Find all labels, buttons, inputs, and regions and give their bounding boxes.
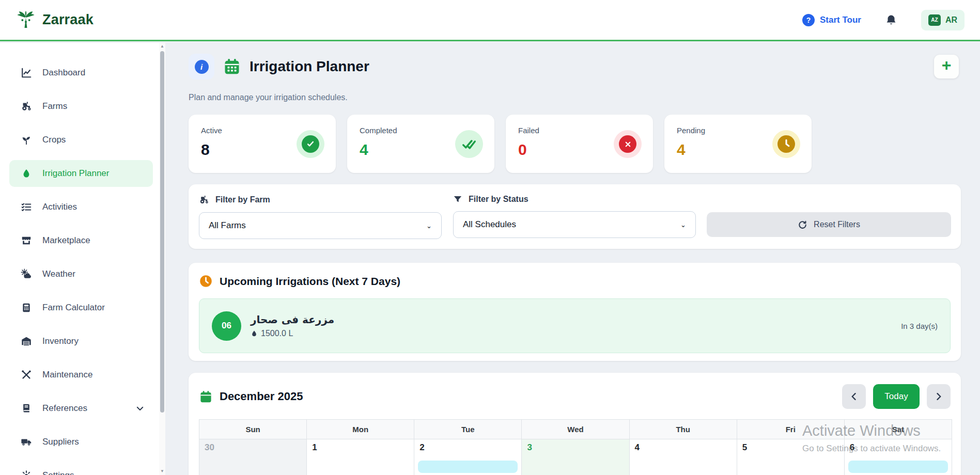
sidebar-item-weather[interactable]: Weather — [9, 261, 153, 288]
sidebar-item-label: Maintenance — [42, 370, 92, 380]
droplet-icon — [251, 329, 258, 338]
stat-card-active: Active 8 — [189, 115, 336, 173]
brand[interactable]: Zarraak — [15, 9, 94, 31]
upcoming-irrigations-panel: Upcoming Irrigations (Next 7 Days) 06 مز… — [189, 263, 961, 361]
sidebar-item-marketplace[interactable]: Marketplace — [9, 227, 153, 254]
sidebar-item-activities[interactable]: Activities — [9, 194, 153, 220]
calendar-day-cell-today[interactable]: 3 — [522, 439, 629, 475]
tractor-icon — [21, 101, 32, 112]
irrigation-event-pill[interactable] — [418, 461, 518, 473]
tractor-icon — [199, 195, 209, 205]
check-circle-icon — [297, 130, 324, 158]
tools-icon — [21, 369, 32, 381]
sidebar-item-suppliers[interactable]: Suppliers — [9, 429, 153, 455]
sidebar-item-dashboard[interactable]: Dashboard — [9, 59, 153, 86]
day-number: 30 — [205, 442, 214, 452]
weekday-header: Sat — [844, 420, 952, 439]
chevron-down-icon — [135, 404, 145, 413]
store-icon — [21, 235, 32, 246]
sidebar-item-label: Activities — [42, 202, 77, 212]
status-filter-value: All Schedules — [463, 219, 516, 230]
sidebar-item-label: Suppliers — [42, 437, 79, 447]
weekday-header: Thu — [629, 420, 737, 439]
double-check-icon — [455, 130, 483, 158]
sidebar-item-label: Irrigation Planner — [42, 168, 109, 179]
calendar-day-cell[interactable]: 1 — [307, 439, 414, 475]
palm-tree-icon — [15, 9, 36, 31]
sidebar: Dashboard Farms Crops Irrigation Planner… — [0, 43, 165, 475]
status-filter-label: Filter by Status — [469, 195, 528, 204]
sidebar-item-label: Crops — [42, 135, 66, 145]
sidebar-item-irrigation-planner[interactable]: Irrigation Planner — [9, 160, 153, 187]
app-header: Zarraak ? Start Tour AZ AR — [0, 0, 980, 41]
sidebar-item-maintenance[interactable]: Maintenance — [9, 361, 153, 388]
farm-filter-value: All Farms — [209, 220, 246, 231]
info-button[interactable]: i — [189, 54, 214, 80]
day-number: 5 — [742, 442, 747, 452]
sidebar-scrollbar[interactable]: ▲ ▼ — [159, 43, 165, 475]
day-number: 4 — [635, 442, 640, 452]
stat-card-completed: Completed 4 — [347, 115, 494, 173]
funnel-icon — [453, 195, 462, 204]
reset-filters-label: Reset Filters — [814, 220, 860, 229]
volume-label: 1500.0 L — [261, 329, 293, 338]
weekday-header: Mon — [307, 420, 414, 439]
sidebar-item-label: Farm Calculator — [42, 303, 105, 313]
due-label: In 3 day(s) — [901, 322, 938, 330]
bell-icon[interactable] — [885, 14, 897, 26]
next-month-button[interactable] — [927, 384, 951, 409]
sidebar-item-settings[interactable]: Settings — [9, 462, 153, 475]
calendar-icon — [199, 390, 213, 404]
day-number: 3 — [527, 442, 532, 452]
day-number: 6 — [850, 442, 854, 452]
chevron-right-icon — [934, 391, 944, 402]
calendar-day-cell[interactable]: 30 — [199, 439, 307, 475]
clock-icon — [199, 274, 213, 288]
day-number: 2 — [419, 442, 424, 452]
calendar-day-cell[interactable]: 4 — [629, 439, 737, 475]
upcoming-irrigation-item[interactable]: 06 مزرعة فى صحار 1500.0 L In 3 day(s) — [199, 298, 951, 353]
warehouse-icon — [21, 336, 32, 347]
page-title: Irrigation Planner — [250, 58, 369, 75]
sprout-icon — [21, 134, 32, 146]
sidebar-item-label: Dashboard — [42, 68, 85, 78]
reset-filters-button[interactable]: Reset Filters — [707, 212, 951, 237]
stat-card-failed: Failed 0 — [506, 115, 653, 173]
truck-icon — [21, 436, 32, 448]
scroll-down-icon[interactable]: ▼ — [159, 468, 165, 475]
prev-month-button[interactable] — [842, 384, 866, 409]
x-circle-icon — [614, 130, 642, 158]
clock-icon — [772, 130, 800, 158]
weekday-header: Fri — [737, 420, 844, 439]
upcoming-title: Upcoming Irrigations (Next 7 Days) — [220, 275, 400, 288]
question-circle-icon: ? — [802, 14, 815, 26]
sidebar-item-farms[interactable]: Farms — [9, 93, 153, 120]
farm-filter-select[interactable]: All Farms ⌄ — [199, 212, 442, 239]
irrigation-event-pill[interactable] — [848, 461, 948, 473]
calendar-day-cell[interactable]: 2 — [414, 439, 522, 475]
brand-name: Zarraak — [42, 12, 94, 28]
sidebar-item-crops[interactable]: Crops — [9, 126, 153, 153]
start-tour-button[interactable]: ? Start Tour — [802, 14, 861, 26]
weekday-header: Tue — [414, 420, 522, 439]
language-switcher[interactable]: AZ AR — [921, 10, 965, 30]
sun-cloud-icon — [21, 268, 32, 280]
today-button[interactable]: Today — [873, 384, 920, 409]
sidebar-item-label: Inventory — [42, 336, 79, 346]
stat-card-pending: Pending 4 — [664, 115, 812, 173]
farm-filter-label: Filter by Farm — [215, 195, 270, 204]
translate-icon: AZ — [928, 14, 941, 26]
calculator-icon — [21, 302, 32, 313]
info-icon: i — [195, 60, 209, 74]
scrollbar-thumb[interactable] — [160, 51, 164, 413]
chevron-down-icon: ⌄ — [680, 221, 686, 229]
gear-icon — [21, 470, 32, 475]
add-schedule-button[interactable]: + — [934, 55, 959, 78]
sidebar-item-references[interactable]: References — [9, 395, 153, 422]
status-filter-select[interactable]: All Schedules ⌄ — [453, 211, 696, 238]
sidebar-item-farm-calculator[interactable]: Farm Calculator — [9, 294, 153, 321]
calendar-day-cell[interactable]: 6 — [844, 439, 952, 475]
calendar-day-cell[interactable]: 5 — [737, 439, 844, 475]
scroll-up-icon[interactable]: ▲ — [159, 43, 165, 50]
sidebar-item-inventory[interactable]: Inventory — [9, 328, 153, 355]
